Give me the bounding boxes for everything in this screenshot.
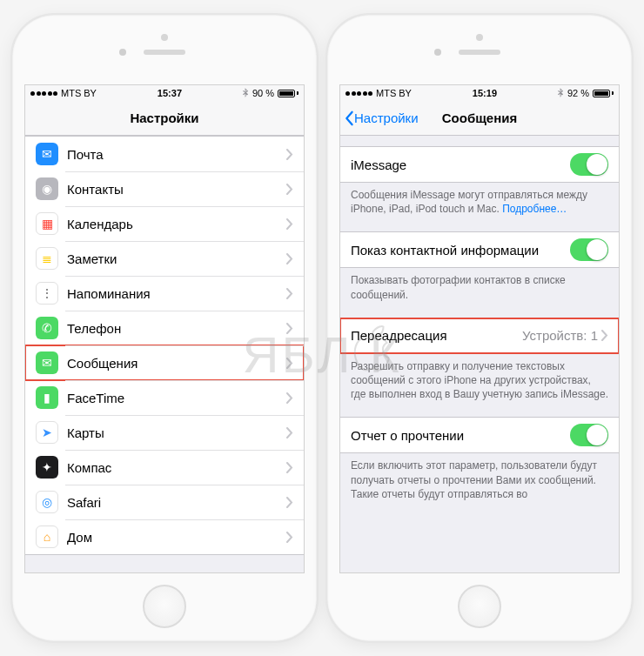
learn-more-link[interactable]: Подробнее…	[502, 203, 567, 215]
battery-icon	[278, 90, 299, 97]
carrier-label: MTS BY	[376, 88, 412, 98]
toggle-switch[interactable]	[570, 424, 608, 446]
home-icon: ⌂	[36, 525, 58, 548]
section-footer: Показывать фотографии контактов в списке…	[340, 268, 619, 305]
calendar-icon: ▦	[36, 212, 58, 235]
chevron-right-icon	[286, 427, 293, 438]
nav-bar: Настройки	[25, 101, 304, 136]
chevron-right-icon	[286, 184, 293, 195]
imessage-toggle[interactable]: iMessage	[340, 147, 619, 182]
chevron-right-icon	[286, 288, 293, 299]
cell-label: Переадресация	[351, 328, 522, 343]
battery-icon	[593, 90, 614, 97]
settings-row-reminders[interactable]: ⋮Напоминания	[25, 276, 304, 311]
speaker-grille	[144, 50, 185, 55]
show-contact-toggle[interactable]: Показ контактной информации	[340, 232, 619, 267]
carrier-label: MTS BY	[61, 88, 97, 98]
settings-row-facetime[interactable]: ▮FaceTime	[25, 380, 304, 415]
chevron-right-icon	[286, 358, 293, 369]
row-label: Сообщения	[67, 356, 286, 371]
phone-icon: ✆	[36, 317, 58, 339]
settings-row-notes[interactable]: ≣Заметки	[25, 241, 304, 276]
signal-dots-icon	[345, 91, 372, 96]
contacts-icon: ◉	[36, 177, 58, 200]
mail-icon: ✉	[36, 143, 58, 165]
toggle-switch[interactable]	[570, 153, 608, 176]
nav-bar: Настройки Сообщения	[340, 101, 619, 136]
chevron-right-icon	[286, 497, 293, 508]
row-label: Напоминания	[67, 286, 286, 301]
section-footer: Если включить этот параметр, пользовател…	[340, 453, 619, 505]
chevron-right-icon	[286, 149, 293, 160]
reminders-icon: ⋮	[36, 282, 58, 305]
settings-row-home[interactable]: ⌂Дом	[25, 519, 304, 554]
cell-label: Отчет о прочтении	[351, 428, 570, 443]
status-bar: MTS BY 15:19 92 %	[340, 85, 619, 101]
toggle-switch[interactable]	[570, 238, 608, 261]
proximity-sensor	[161, 34, 168, 41]
screen-right: MTS BY 15:19 92 % Настройки Сообщения iM…	[339, 84, 620, 573]
home-button[interactable]	[143, 585, 186, 628]
notes-icon: ≣	[36, 247, 58, 270]
bluetooth-icon	[558, 88, 564, 99]
chevron-right-icon	[286, 392, 293, 404]
row-label: Карты	[67, 425, 286, 440]
read-receipts-toggle[interactable]: Отчет о прочтении	[340, 418, 619, 452]
signal-dots-icon	[30, 91, 57, 96]
cell-detail: Устройств: 1	[522, 328, 598, 343]
battery-pct: 90 %	[252, 88, 274, 98]
status-bar: MTS BY 15:37 90 %	[25, 85, 304, 101]
settings-list[interactable]: ✉Почта◉Контакты▦Календарь≣Заметки⋮Напоми…	[25, 136, 304, 572]
chevron-right-icon	[286, 532, 293, 543]
cell-label: Показ контактной информации	[351, 243, 570, 258]
row-label: FaceTime	[67, 391, 286, 405]
facetime-icon: ▮	[36, 386, 58, 409]
chevron-right-icon	[286, 218, 293, 230]
back-button[interactable]: Настройки	[340, 110, 419, 126]
clock: 15:37	[158, 88, 182, 98]
back-label: Настройки	[354, 110, 419, 125]
speaker-grille	[459, 50, 500, 55]
cell-label: iMessage	[351, 157, 570, 172]
settings-row-mail[interactable]: ✉Почта	[25, 137, 304, 171]
section-footer: Разрешить отправку и получение текстовых…	[340, 354, 619, 405]
row-label: Контакты	[67, 182, 286, 197]
row-label: Почта	[67, 147, 286, 162]
settings-row-messages[interactable]: ✉Сообщения	[25, 345, 304, 380]
settings-row-contacts[interactable]: ◉Контакты	[25, 171, 304, 206]
settings-row-maps[interactable]: ➤Карты	[25, 415, 304, 450]
settings-row-compass[interactable]: ✦Компас	[25, 450, 304, 485]
row-label: Компас	[67, 460, 286, 475]
section-footer: Сообщения iMessage могут отправляться ме…	[340, 183, 619, 219]
row-label: Заметки	[67, 251, 286, 266]
battery-pct: 92 %	[567, 88, 589, 98]
settings-row-phone[interactable]: ✆Телефон	[25, 311, 304, 345]
text-forwarding[interactable]: ПереадресацияУстройств: 1	[340, 318, 619, 353]
clock: 15:19	[473, 88, 497, 98]
nav-title: Настройки	[25, 110, 304, 125]
chevron-right-icon	[601, 330, 608, 341]
row-label: Телефон	[67, 321, 286, 336]
row-label: Дом	[67, 530, 286, 545]
row-label: Календарь	[67, 217, 286, 231]
iphone-left-frame: MTS BY 15:37 90 % Настройки ✉Почта◉Конта…	[12, 15, 317, 641]
chevron-right-icon	[286, 323, 293, 334]
screen-left: MTS BY 15:37 90 % Настройки ✉Почта◉Конта…	[24, 84, 305, 573]
settings-row-calendar[interactable]: ▦Календарь	[25, 206, 304, 241]
home-button[interactable]	[458, 585, 501, 628]
row-label: Safari	[67, 495, 286, 510]
iphone-right-frame: MTS BY 15:19 92 % Настройки Сообщения iM…	[327, 15, 632, 641]
bluetooth-icon	[243, 88, 249, 99]
settings-row-safari[interactable]: ◎Safari	[25, 485, 304, 519]
messages-settings-list[interactable]: iMessageСообщения iMessage могут отправл…	[340, 136, 619, 572]
front-camera	[434, 49, 441, 56]
chevron-right-icon	[286, 462, 293, 473]
compass-icon: ✦	[36, 456, 58, 479]
proximity-sensor	[476, 34, 483, 41]
maps-icon: ➤	[36, 421, 58, 444]
chevron-right-icon	[286, 253, 293, 264]
front-camera	[119, 49, 126, 56]
messages-icon: ✉	[36, 351, 58, 374]
safari-icon: ◎	[36, 491, 58, 513]
